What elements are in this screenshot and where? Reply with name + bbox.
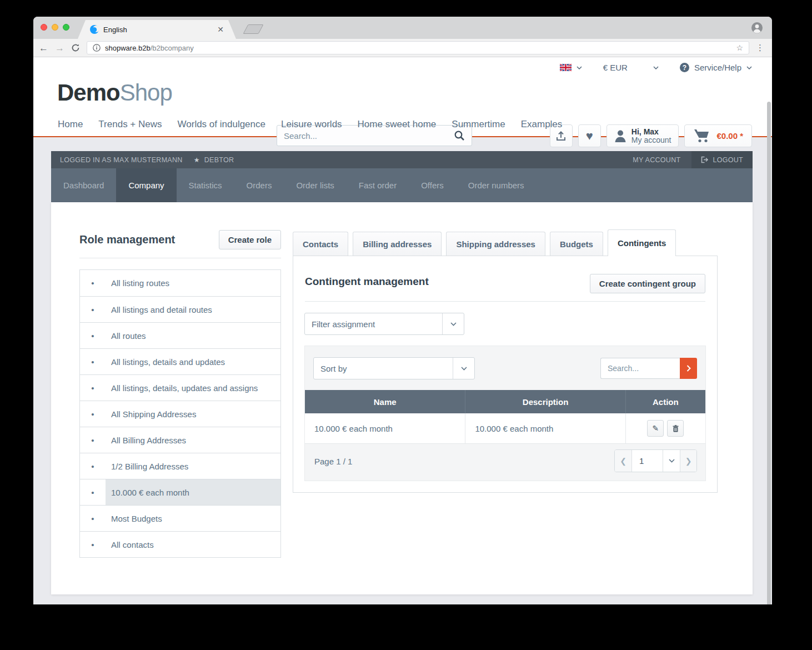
- column-header-description: Description: [465, 390, 625, 413]
- shop-header: € EUR ? Service/Help DemoShop: [33, 57, 772, 137]
- trash-icon: [673, 425, 679, 432]
- page-select-chevron[interactable]: [663, 450, 680, 472]
- delete-button[interactable]: [667, 420, 684, 437]
- account-greeting: Hi, Max: [631, 128, 671, 136]
- edit-button[interactable]: ✎: [647, 420, 664, 437]
- tab-close-icon[interactable]: ✕: [217, 25, 224, 34]
- b2b-nav-fast-order[interactable]: Fast order: [347, 168, 409, 202]
- role-label: All listing routes: [106, 270, 280, 296]
- heart-icon: ♥: [586, 130, 593, 142]
- b2b-nav-order-lists[interactable]: Order lists: [284, 168, 346, 202]
- contingent-grid: Sort by Name Descriptio: [304, 346, 706, 481]
- currency-label: € EUR: [603, 63, 628, 72]
- tab-shipping-addresses[interactable]: Shipping addresses: [446, 232, 545, 256]
- nav-item-home-sweet-home[interactable]: Home sweet home: [358, 119, 437, 130]
- role-list-item[interactable]: •Most Budgets: [80, 505, 280, 531]
- language-select[interactable]: [560, 64, 582, 71]
- cart-button[interactable]: €0.00 *: [684, 124, 752, 147]
- role-label: All Billing Addresses: [106, 427, 280, 453]
- tab-billing-addresses[interactable]: Billing addresses: [353, 232, 442, 256]
- page-number-value[interactable]: 1: [631, 450, 663, 472]
- pagination-row: Page 1 / 1 ❮ 1 ❯: [305, 442, 705, 481]
- uk-flag-icon: [560, 64, 572, 71]
- b2b-nav-order-numbers[interactable]: Order numbers: [456, 168, 537, 202]
- url-bar[interactable]: shopware.b2b/b2bcompany ☆: [87, 41, 749, 54]
- forward-icon[interactable]: →: [55, 43, 64, 53]
- contingent-table: Name Description Action 10.000 € each mo…: [305, 390, 705, 444]
- role-list-item[interactable]: •All listing routes: [80, 270, 280, 296]
- b2b-nav-orders[interactable]: Orders: [234, 168, 284, 202]
- page-indicator: Page 1 / 1: [314, 457, 352, 466]
- grid-search-input[interactable]: [600, 358, 680, 379]
- my-account-link[interactable]: MY ACCOUNT: [621, 151, 691, 168]
- new-tab-button[interactable]: [243, 24, 263, 34]
- create-role-button[interactable]: Create role: [219, 230, 281, 249]
- create-contingent-group-button[interactable]: Create contingent group: [590, 274, 705, 293]
- role-list-item[interactable]: •All listings, details, updates and assi…: [80, 374, 280, 401]
- currency-select[interactable]: € EUR: [603, 63, 659, 72]
- role-label: All listings and detail routes: [106, 297, 280, 322]
- tab-budgets[interactable]: Budgets: [550, 232, 603, 256]
- zoom-window-button[interactable]: [63, 24, 69, 31]
- previous-page-button[interactable]: ❮: [615, 450, 631, 472]
- nav-item-summertime[interactable]: Summertime: [452, 119, 505, 130]
- browser-tab[interactable]: English ✕: [78, 20, 236, 39]
- tab-contacts[interactable]: Contacts: [293, 232, 348, 256]
- close-window-button[interactable]: [41, 24, 47, 31]
- nav-item-worlds-of-indulgence[interactable]: Worlds of indulgence: [178, 119, 265, 130]
- pencil-icon: ✎: [653, 424, 659, 433]
- bullet-icon: •: [80, 323, 106, 348]
- role-list-item[interactable]: •All Billing Addresses: [80, 427, 280, 453]
- b2b-nav-offers[interactable]: Offers: [409, 168, 456, 202]
- bullet-icon: •: [80, 453, 106, 479]
- page-info-icon[interactable]: [93, 44, 101, 52]
- role-list-item[interactable]: •All listings, details and updates: [80, 348, 280, 374]
- bullet-icon: •: [80, 270, 106, 296]
- star-icon: ★: [194, 156, 200, 164]
- b2b-nav-dashboard[interactable]: Dashboard: [51, 168, 116, 202]
- header-buttons: ♥ Hi, Max My account €0.00 *: [550, 124, 752, 147]
- grid-search-button[interactable]: [680, 358, 697, 379]
- filter-assignment-select[interactable]: Filter assignment: [304, 313, 464, 335]
- bookmark-star-icon[interactable]: ☆: [736, 43, 743, 52]
- reload-icon[interactable]: [71, 43, 80, 52]
- role-label: 10.000 € each month: [106, 479, 280, 505]
- wishlist-button[interactable]: ♥: [578, 124, 601, 147]
- grid-search: [600, 358, 697, 379]
- role-list-item[interactable]: •All listings and detail routes: [80, 296, 280, 322]
- role-list-item[interactable]: •All Shipping Addresses: [80, 401, 280, 427]
- nav-item-leisure-worlds[interactable]: Leisure worlds: [281, 119, 342, 130]
- bullet-icon: •: [80, 375, 106, 401]
- browser-profile-icon[interactable]: [751, 22, 763, 34]
- contingents-panel: Contingent management Create contingent …: [293, 256, 718, 493]
- account-label: My account: [631, 136, 671, 144]
- bullet-icon: •: [80, 427, 106, 453]
- role-list-item[interactable]: •All routes: [80, 322, 280, 348]
- nav-item-trends-news[interactable]: Trends + News: [98, 119, 162, 130]
- nav-item-examples[interactable]: Examples: [521, 119, 563, 130]
- service-help-menu[interactable]: ? Service/Help: [680, 63, 752, 72]
- sort-by-select[interactable]: Sort by: [313, 357, 475, 379]
- favicon-icon: [90, 25, 99, 34]
- url-path: /b2bcompany: [151, 44, 194, 52]
- user-icon: [614, 129, 626, 143]
- next-page-button[interactable]: ❯: [680, 450, 696, 472]
- b2b-nav-statistics[interactable]: Statistics: [177, 168, 234, 202]
- browser-menu-icon[interactable]: ⋮: [756, 43, 766, 53]
- shop-logo[interactable]: DemoShop: [57, 79, 172, 106]
- nav-item-home[interactable]: Home: [58, 119, 83, 130]
- role-list-item-selected[interactable]: •10.000 € each month: [80, 479, 280, 505]
- role-list-item[interactable]: •All contacts: [80, 531, 280, 557]
- back-icon[interactable]: ←: [39, 43, 48, 53]
- window-controls: [41, 24, 69, 31]
- b2b-nav-company[interactable]: Company: [116, 168, 176, 202]
- table-header: Name Description Action: [305, 390, 705, 413]
- tab-contingents[interactable]: Contingents: [608, 229, 676, 256]
- logout-button[interactable]: LOGOUT: [691, 151, 753, 168]
- header-utility-bar: € EUR ? Service/Help: [560, 63, 752, 72]
- role-list-item[interactable]: •1/2 Billing Addresses: [80, 453, 280, 479]
- sort-by-value: Sort by: [314, 358, 453, 379]
- minimize-window-button[interactable]: [52, 24, 58, 31]
- account-button[interactable]: Hi, Max My account: [607, 124, 679, 147]
- page-scrollbar[interactable]: [767, 102, 771, 604]
